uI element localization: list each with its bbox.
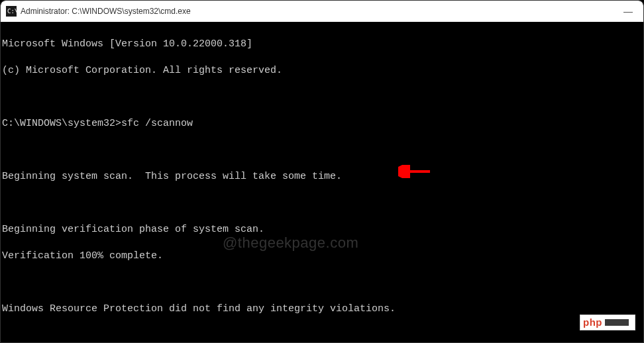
output-line: Beginning system scan. This process will… [2,170,643,183]
minimize-button[interactable]: — [618,4,638,19]
output-line: (c) Microsoft Corporation. All rights re… [2,64,643,77]
blank-line [2,91,643,104]
window-title: Administrator: C:\WINDOWS\system32\cmd.e… [21,5,191,18]
cmd-icon: C:\ [6,6,17,17]
site-badge: php [580,315,635,330]
output-line: Beginning verification phase of system s… [2,223,643,236]
blank-line [2,329,643,342]
output-line: Windows Resource Protection did not find… [2,303,643,316]
output-line: Microsoft Windows [Version 10.0.22000.31… [2,38,643,51]
blank-line [2,144,643,157]
terminal-output[interactable]: Microsoft Windows [Version 10.0.22000.31… [1,22,643,343]
badge-stripe [605,319,629,326]
titlebar: C:\ Administrator: C:\WINDOWS\system32\c… [1,1,643,22]
prompt-line: C:\WINDOWS\system32>sfc /scannow [2,117,643,130]
blank-line [2,276,643,289]
command-text: sfc /scannow [121,118,193,129]
output-line: Verification 100% complete. [2,250,643,263]
blank-line [2,197,643,210]
svg-text:C:\: C:\ [7,8,17,15]
badge-label: php [580,316,605,329]
prompt-path: C:\WINDOWS\system32> [2,118,121,129]
